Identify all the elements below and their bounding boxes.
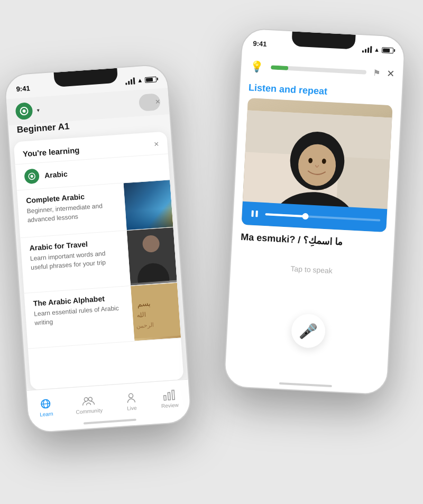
- course-item-alphabet[interactable]: The Arabic Alphabet Learn essential rule…: [24, 283, 181, 349]
- community-label: Community: [76, 407, 103, 415]
- calligraphy-svg: بسم الله الرحمن: [131, 283, 181, 339]
- svg-rect-17: [164, 395, 167, 400]
- person-image: [127, 227, 177, 286]
- svg-rect-19: [172, 390, 174, 399]
- course-desc-3: Learn essential rules of Arabic writing: [34, 304, 127, 328]
- phrase-text: Ma esmuki? / ما اسمكِ؟: [241, 231, 386, 250]
- wifi-icon-right: ▲: [374, 46, 380, 53]
- phone-left: 9:41 ▲: [4, 63, 192, 434]
- scene: 9:41 ▲: [0, 0, 423, 504]
- review-label: Review: [161, 402, 179, 409]
- svg-point-15: [88, 397, 92, 400]
- nav-item-learn[interactable]: Learn: [39, 397, 53, 417]
- course-text-3: The Arabic Alphabet Learn essential rule…: [24, 286, 135, 349]
- course-text-1: Complete Arabic Beginner, intermediate a…: [17, 183, 127, 237]
- microphone-icon: 🎤: [299, 322, 318, 340]
- video-frame: [242, 98, 393, 232]
- svg-rect-30: [255, 210, 258, 217]
- battery-icon: [145, 76, 157, 83]
- svg-text:الله: الله: [136, 311, 146, 319]
- dubai-cityscape-image: [123, 180, 173, 230]
- signal-icon-right: [362, 45, 372, 53]
- tap-to-speak-label: Tap to speak: [231, 261, 392, 278]
- svg-text:بسم: بسم: [137, 299, 151, 309]
- modal-title: You're learning: [23, 145, 80, 158]
- phone-left-screen: 9:41 ▲: [5, 65, 191, 433]
- battery-icon-right: [382, 47, 394, 53]
- nav-item-live[interactable]: Live: [124, 391, 139, 411]
- course-text-2: Arabic for Travel Learn important words …: [20, 231, 131, 293]
- nav-item-community[interactable]: Community: [75, 394, 103, 415]
- svg-rect-7: [131, 283, 181, 339]
- arabic-lang-icon: [27, 172, 36, 181]
- lesson-progress-bar: [271, 65, 366, 74]
- status-icons-left: ▲: [125, 76, 157, 85]
- svg-rect-18: [168, 392, 171, 400]
- course-item-travel[interactable]: Arabic for Travel Learn important words …: [20, 227, 177, 294]
- bulb-icon: 💡: [249, 59, 264, 74]
- chart-icon: [163, 389, 175, 400]
- community-icon: [81, 395, 96, 407]
- svg-point-3: [30, 175, 33, 178]
- microphone-button[interactable]: 🎤: [291, 313, 326, 349]
- phone-right: 9:41 ▲ 💡: [223, 28, 406, 395]
- listen-repeat-title: Listen and repeat: [249, 82, 328, 97]
- learn-label: Learn: [40, 410, 53, 417]
- live-label: Live: [127, 405, 137, 411]
- course-image-2: [127, 227, 177, 286]
- flag-icon[interactable]: ⚑: [372, 68, 380, 78]
- progress-bar-fill: [271, 65, 288, 70]
- app-icon[interactable]: [15, 102, 33, 120]
- travel-person-svg: [127, 227, 177, 283]
- community-people-icon: [82, 396, 95, 406]
- pause-button[interactable]: [248, 207, 261, 220]
- modal-close-button[interactable]: ×: [154, 139, 160, 149]
- wifi-icon: ▲: [137, 77, 143, 84]
- language-icon: [24, 168, 40, 184]
- svg-point-1: [22, 109, 25, 113]
- close-button-right[interactable]: ✕: [386, 68, 394, 80]
- course-desc-1: Beginner, intermediate and advanced less…: [26, 200, 119, 225]
- language-name: Arabic: [44, 170, 68, 180]
- status-time-right: 9:41: [253, 39, 267, 48]
- nav-item-review[interactable]: Review: [160, 389, 179, 409]
- phrase-latin: Ma esmuki? /: [241, 232, 301, 245]
- live-person-icon: [125, 392, 136, 403]
- course-image-3: بسم الله الرحمن: [131, 283, 181, 341]
- signal-icon: [125, 77, 135, 85]
- audio-progress-bar[interactable]: [265, 213, 380, 221]
- svg-point-14: [84, 397, 88, 401]
- review-icon: [162, 389, 176, 401]
- phone-right-screen: 9:41 ▲ 💡: [225, 29, 405, 394]
- chevron-down-icon[interactable]: ▾: [36, 107, 40, 113]
- audio-thumb: [302, 213, 309, 220]
- course-desc-2: Learn important words and useful phrases…: [30, 248, 123, 272]
- learn-icon: [39, 397, 53, 410]
- phrase-arabic: ما اسمكِ؟: [303, 235, 343, 248]
- svg-rect-29: [251, 210, 254, 217]
- svg-point-16: [128, 393, 133, 398]
- status-time-left: 9:41: [16, 84, 30, 93]
- svg-line-13: [42, 404, 50, 404]
- home-indicator-right: [279, 382, 332, 387]
- live-icon: [124, 391, 138, 404]
- top-close-button[interactable]: ×: [155, 97, 161, 107]
- globe-icon: [40, 398, 52, 408]
- status-icons-right: ▲: [362, 45, 393, 54]
- arabic-writing-image: بسم الله الرحمن: [131, 283, 181, 341]
- modal-card: You're learning × Arabic: [14, 131, 184, 390]
- pause-icon: [250, 209, 259, 218]
- audio-progress-fill: [265, 213, 305, 217]
- course-image-1: [123, 180, 173, 230]
- app-logo-icon: [19, 106, 29, 116]
